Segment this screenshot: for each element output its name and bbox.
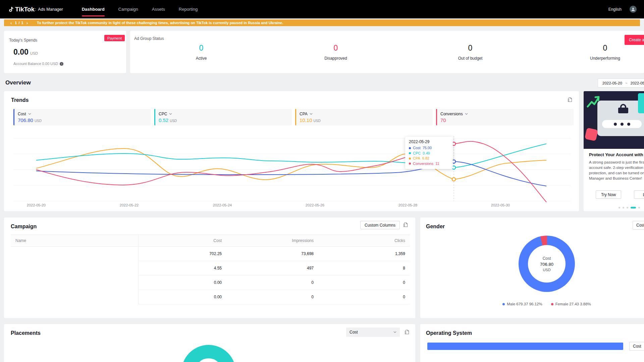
banner-next-icon[interactable]: › [25, 21, 29, 25]
try-now-button[interactable]: Try Now [596, 190, 621, 199]
cell-impressions: 0 [226, 276, 318, 290]
legend-item-female[interactable]: Female 27.43 3.88% [551, 302, 591, 306]
custom-columns-button[interactable]: Custom Columns [360, 221, 400, 229]
gender-donut-center: Cost 706.80 USD [528, 245, 566, 283]
metric-conversions[interactable]: Conversions 70 [436, 109, 574, 125]
user-avatar[interactable] [630, 6, 637, 13]
tooltip-value: 11 [435, 161, 439, 167]
column-header-name[interactable]: Name [11, 235, 139, 246]
tiktok-logo[interactable]: TikTok : Ads Manager [9, 6, 63, 13]
table-row[interactable]: 0.00 0 0 [11, 276, 410, 290]
carousel-dot[interactable] [623, 207, 624, 208]
metric-cost[interactable]: Cost 706.80USD [13, 109, 151, 125]
os-metric-dropdown[interactable]: Cost [629, 342, 644, 351]
ad-group-status-card: Ad Group Status 0 Active 0 Disapproved 0… [130, 31, 644, 73]
stat-out-of-budget: 0 Out of budget [433, 44, 507, 61]
legend-item-male[interactable]: Male 679.37 96.12% [502, 302, 542, 306]
nav-item-label: Assets [152, 7, 165, 12]
trends-line-chart[interactable] [13, 131, 571, 207]
donut-center-value: 706.80 [540, 262, 553, 267]
banner-pagination: ‹ 1 / 1 › [9, 21, 29, 25]
date-range-picker[interactable]: 2022-05-20 ~ 2022-05-31 [598, 78, 644, 87]
placements-donut-chart[interactable] [181, 345, 236, 362]
series-dot [409, 158, 411, 160]
os-bar-chart[interactable] [427, 343, 623, 350]
promo-body-line: account safe. 2-step verification adds a [589, 166, 644, 170]
later-button[interactable]: L [634, 190, 644, 199]
create-ad-button[interactable]: Create an [625, 35, 644, 45]
carousel-dot-active[interactable] [631, 207, 636, 208]
person-icon [631, 7, 635, 11]
cell-impressions: 73,698 [226, 247, 318, 261]
metric-cpc[interactable]: CPC 0.52USD [154, 109, 292, 125]
export-icon[interactable] [403, 222, 408, 227]
table-row[interactable]: 702.25 73,698 1,359 [11, 247, 410, 261]
placements-metric-dropdown[interactable]: Cost [346, 327, 400, 337]
info-icon[interactable]: i [60, 62, 63, 66]
x-axis-label: 2022-05-22 [120, 203, 139, 207]
tooltip-label: CPA [413, 156, 420, 161]
operating-system-title: Operating System [426, 330, 472, 336]
promo-body-line: A strong password is just the first step… [589, 160, 644, 164]
dropdown-value: Cost [350, 330, 358, 335]
stat-active-label: Active [164, 56, 238, 61]
language-selector[interactable]: English [608, 7, 622, 12]
metric-cost-value: 706.80 [18, 117, 33, 123]
legend-dot [551, 303, 553, 305]
x-axis-label: 2022-05-20 [27, 203, 46, 207]
cell-clicks: 8 [318, 261, 410, 276]
donut-center-label: Cost [543, 256, 551, 261]
promo-body-line: Manager and Business Center! [589, 176, 642, 180]
cell-name [11, 261, 139, 276]
tooltip-label: Conversions [413, 161, 433, 167]
nav-right: English [608, 6, 637, 13]
nav-item-reporting[interactable]: Reporting [179, 0, 198, 18]
nav-item-campaign[interactable]: Campaign [118, 0, 138, 18]
tooltip-value: 0.49 [423, 151, 430, 156]
spends-title: Today's Spends [9, 38, 37, 43]
banner-page-sep: / [18, 21, 19, 25]
gender-metric-dropdown[interactable]: Cost [633, 221, 644, 230]
payment-button[interactable]: Payment [104, 35, 125, 41]
stat-active: 0 Active [164, 44, 238, 61]
chevron-down-icon [169, 113, 172, 115]
carousel-dot[interactable] [627, 207, 628, 208]
cell-cost: 0.00 [139, 290, 226, 304]
cell-clicks: 0 [318, 290, 410, 304]
tooltip-value: 6.82 [422, 156, 429, 161]
banner-prev-icon[interactable]: ‹ [9, 21, 13, 25]
nav-item-label: Reporting [179, 7, 198, 12]
metric-cpa-value: 10.10 [300, 117, 312, 123]
table-row[interactable]: 4.55 497 8 [11, 261, 410, 276]
carousel-dot[interactable] [619, 207, 620, 208]
chevron-down-icon [310, 113, 313, 115]
column-header-cost[interactable]: Cost [139, 235, 226, 246]
operating-system-card: Operating System Cost [420, 324, 644, 362]
x-axis-label: 2022-05-24 [213, 203, 232, 207]
account-balance-text: Account Balance 0.00 USD [13, 62, 58, 66]
promo-carousel-dots [619, 207, 640, 208]
column-header-impressions[interactable]: Impressions [226, 235, 318, 246]
metric-cpa[interactable]: CPA 10.10USD [295, 109, 433, 125]
logo-product: Ads Manager [38, 7, 63, 12]
export-icon[interactable] [405, 329, 409, 335]
table-row[interactable]: 0.00 0 0 [11, 290, 410, 304]
cell-name [11, 247, 139, 261]
gender-donut-chart[interactable]: Cost 706.80 USD [519, 236, 575, 292]
teal-bar-decor [638, 93, 644, 113]
nav-item-dashboard[interactable]: Dashboard [82, 0, 105, 18]
nav-item-assets[interactable]: Assets [152, 0, 165, 18]
campaign-card: Campaign Custom Columns Name Cost Impres… [4, 218, 415, 318]
column-header-clicks[interactable]: Clicks [318, 235, 410, 246]
tiktok-ads-manager-dashboard: TikTok : Ads Manager Dashboard Campaign … [0, 0, 644, 362]
campaign-table-header: Name Cost Impressions Clicks [11, 235, 410, 247]
banner-page: 1 [15, 21, 17, 25]
carousel-dot[interactable] [638, 207, 640, 208]
tooltip-row-conversions: Conversions11 [409, 161, 449, 167]
nav-item-label: Campaign [118, 7, 138, 12]
stat-active-value: 0 [164, 44, 238, 53]
export-icon[interactable] [568, 97, 572, 102]
nav-item-label: Dashboard [82, 7, 105, 12]
tooltip-row-cpc: CPC0.49 [409, 151, 449, 156]
tooltip-row-cost: Cost75.00 [409, 145, 449, 151]
